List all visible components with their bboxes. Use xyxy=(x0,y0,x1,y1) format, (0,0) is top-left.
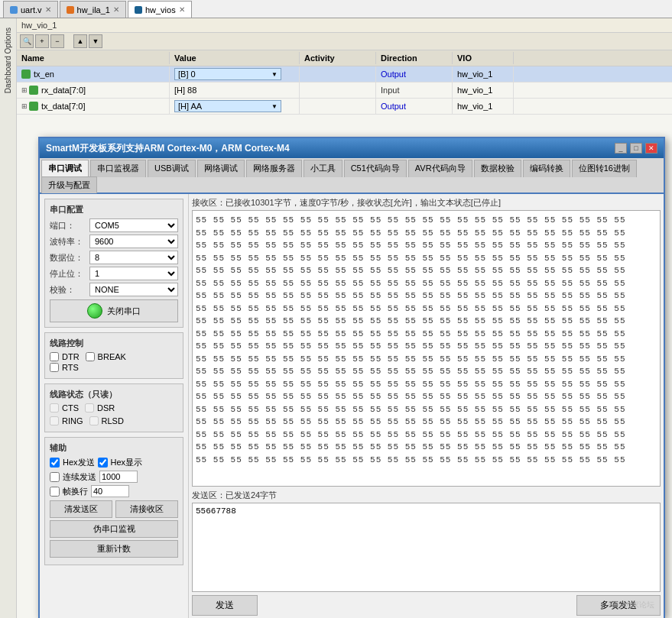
assist-section: 辅助 Hex发送 Hex显示 连续发送 xyxy=(44,437,183,565)
tab-hw-vios-close[interactable]: ✕ xyxy=(179,5,185,14)
col-header-value: Value xyxy=(170,52,300,64)
tab-serial-monitor[interactable]: 串口监视器 xyxy=(90,160,146,177)
port-row: 端口： COM5 xyxy=(50,218,178,232)
receive-area[interactable]: 55 55 55 55 55 55 55 55 55 55 55 55 55 5… xyxy=(192,210,661,487)
green-indicator xyxy=(87,303,102,319)
clear-send-button[interactable]: 清发送区 xyxy=(50,500,112,518)
tab-hw-ila[interactable]: hw_ila_1 ✕ xyxy=(60,1,126,18)
clear-recv-button[interactable]: 清接收区 xyxy=(115,500,178,518)
tab-uart[interactable]: uart.v ✕ xyxy=(3,1,58,18)
hex-data-line: 55 55 55 55 55 55 55 55 55 55 55 55 55 5… xyxy=(196,353,657,366)
left-sidebar: Dashboard Options xyxy=(0,18,17,618)
tab-hw-vios[interactable]: hw_vios ✕ xyxy=(128,1,192,18)
vio-row-0[interactable]: tx_en [B] 0 ▼ Output hw_vio_1 xyxy=(17,66,672,83)
row-2-activity xyxy=(300,99,376,114)
frame-checkbox[interactable] xyxy=(50,487,60,497)
close-button[interactable]: ✕ xyxy=(645,143,657,154)
hex-show-checkbox[interactable] xyxy=(98,458,108,468)
toolbar-btn-search[interactable]: 🔍 xyxy=(20,34,34,48)
hex-data-line: 55 55 55 55 55 55 55 55 55 55 55 55 55 5… xyxy=(196,264,657,277)
col-header-vio: VIO xyxy=(453,52,514,64)
rlsd-row: RLSD xyxy=(89,416,124,425)
dtr-label: DTR xyxy=(62,352,80,361)
top-tabbar: uart.v ✕ hw_ila_1 ✕ hw_vios ✕ xyxy=(0,0,672,18)
tab-hw-ila-close[interactable]: ✕ xyxy=(113,5,119,14)
hex-data-line: 55 55 55 55 55 55 55 55 55 55 55 55 55 5… xyxy=(196,277,657,290)
tab-c51-guide[interactable]: C51代码向导 xyxy=(344,160,407,177)
data-bits-label: 数据位： xyxy=(50,252,89,264)
frame-size-input[interactable] xyxy=(91,485,129,497)
maximize-button[interactable]: □ xyxy=(630,143,642,154)
parity-label: 校验： xyxy=(50,284,89,296)
send-area[interactable]: 55667788 xyxy=(192,503,661,592)
row-1-value: [H] 88 xyxy=(170,83,300,98)
row-0-value-dropdown[interactable]: [B] 0 ▼ xyxy=(174,68,281,80)
tab-avr-guide[interactable]: AVR代码向导 xyxy=(408,160,472,177)
row-2-vio: hw_vio_1 xyxy=(453,99,514,114)
tab-net-debug[interactable]: 网络调试 xyxy=(197,160,245,177)
recount-button[interactable]: 重新计数 xyxy=(50,540,178,558)
row-0-value[interactable]: [B] 0 ▼ xyxy=(170,66,300,82)
tab-tools[interactable]: 小工具 xyxy=(304,160,342,177)
break-checkbox[interactable] xyxy=(86,352,95,361)
tab-bitmap-convert[interactable]: 位图转16进制 xyxy=(572,160,637,177)
row-0-activity xyxy=(300,66,376,82)
tab-net-server[interactable]: 网络服务器 xyxy=(246,160,302,177)
continuous-interval-input[interactable] xyxy=(99,471,138,483)
send-section: 发送区：已发送24字节 55667788 发送 多项发送 xyxy=(192,490,661,616)
row-2-expand-icon[interactable]: ⊞ xyxy=(21,102,28,110)
minimize-button[interactable]: _ xyxy=(615,143,627,154)
stop-bits-select[interactable]: 1 xyxy=(89,267,178,280)
tab-hw-ila-label: hw_ila_1 xyxy=(77,5,110,15)
baud-select[interactable]: 9600 xyxy=(89,235,178,248)
dtr-checkbox[interactable] xyxy=(50,352,59,361)
row-0-dropdown-arrow: ▼ xyxy=(271,71,278,78)
port-label: 端口： xyxy=(50,220,89,231)
row-2-value[interactable]: [H] AA ▼ xyxy=(170,99,300,114)
hex-data-line: 55 55 55 55 55 55 55 55 55 55 55 55 55 5… xyxy=(196,454,657,467)
tab-upgrade-config[interactable]: 升级与配置 xyxy=(41,176,97,193)
parity-select[interactable]: NONE xyxy=(89,283,178,296)
tab-usb-debug[interactable]: USB调试 xyxy=(148,160,196,177)
ring-label: RING xyxy=(62,416,83,425)
port-select[interactable]: COM5 xyxy=(89,218,178,232)
tab-encode-convert[interactable]: 编码转换 xyxy=(523,160,570,177)
tab-uart-close[interactable]: ✕ xyxy=(45,5,51,14)
row-0-icon xyxy=(21,70,31,79)
row-2-icon xyxy=(29,102,38,111)
toolbar-btn-down[interactable]: ▼ xyxy=(89,34,102,48)
hex-data-line: 55 55 55 55 55 55 55 55 55 55 55 55 55 5… xyxy=(196,239,657,252)
send-button[interactable]: 发送 xyxy=(192,595,258,616)
watermark: FPG大家论坛 xyxy=(608,600,654,610)
hex-data-line: 55 55 55 55 55 55 55 55 55 55 55 55 55 5… xyxy=(196,303,657,315)
dialog-window-controls: _ □ ✕ xyxy=(615,143,657,154)
continuous-checkbox[interactable] xyxy=(50,472,60,482)
tab-data-verify[interactable]: 数据校验 xyxy=(474,160,521,177)
vio-row-2[interactable]: ⊞ tx_data[7:0] [H] AA ▼ Output hw_vio_1 xyxy=(17,99,672,115)
open-port-button[interactable]: 关闭串口 xyxy=(50,299,178,322)
fake-monitor-button[interactable]: 伪串口监视 xyxy=(50,520,178,538)
cts-label: CTS xyxy=(62,403,79,413)
hex-data-line: 55 55 55 55 55 55 55 55 55 55 55 55 55 5… xyxy=(196,390,657,403)
vio-column-headers: Name Value Activity Direction VIO xyxy=(17,50,672,66)
rts-row: RTS xyxy=(50,363,178,372)
vio-row-1[interactable]: ⊞ rx_data[7:0] [H] 88 Input hw_vio_1 xyxy=(17,83,672,99)
break-label: BREAK xyxy=(98,352,126,361)
dialog-title: SmartM开发板系列支持ARM Cortex-M0，ARM Cortex-M4 xyxy=(46,142,290,155)
rlsd-checkbox xyxy=(89,416,99,425)
tab-serial-debug[interactable]: 串口调试 xyxy=(41,160,89,177)
baud-row: 波特率： 9600 xyxy=(50,235,178,248)
serial-config-title: 串口配置 xyxy=(50,204,178,215)
line-status-title: 线路状态（只读） xyxy=(50,389,178,400)
rts-checkbox[interactable] xyxy=(50,363,59,372)
toolbar-btn-up[interactable]: ▲ xyxy=(73,34,87,48)
row-1-expand-icon[interactable]: ⊞ xyxy=(21,86,28,94)
toolbar-btn-remove[interactable]: − xyxy=(50,34,64,48)
toolbar-btn-add[interactable]: + xyxy=(35,34,49,48)
hw-vio-bar: hw_vio_1 xyxy=(17,18,672,33)
data-bits-select[interactable]: 8 xyxy=(89,251,178,264)
line-status-section: 线路状态（只读） CTS DSR xyxy=(44,383,183,432)
row-2-value-dropdown[interactable]: [H] AA ▼ xyxy=(174,100,281,112)
hex-send-checkbox[interactable] xyxy=(50,458,60,468)
stop-bits-row: 停止位： 1 xyxy=(50,267,178,280)
